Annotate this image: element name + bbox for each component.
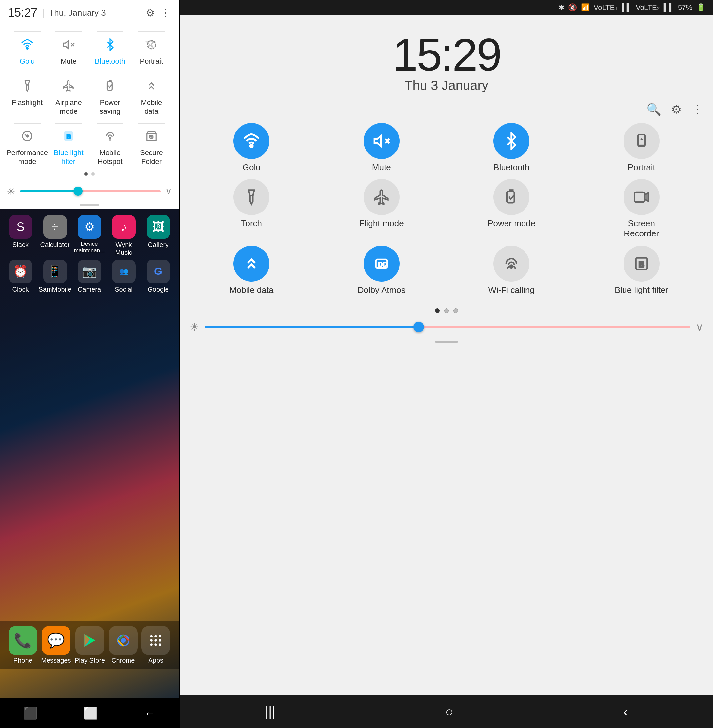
right-brightness-icon: ☀ — [190, 321, 199, 333]
app-google[interactable]: G Google — [143, 260, 174, 293]
app-gallery[interactable]: 🖼 Gallery — [143, 215, 174, 256]
tile-bluelight[interactable]: B Blue light filter — [51, 120, 87, 168]
right-dot-1[interactable] — [435, 308, 440, 313]
right-tile-wificalling-label: Wi-Fi calling — [488, 285, 535, 295]
hotspot-icon — [100, 126, 121, 146]
svg-rect-34 — [634, 192, 644, 202]
tile-securefolder[interactable]: Secure Folder — [133, 120, 170, 168]
right-date: Thu 3 January — [186, 78, 706, 93]
app-device-label: Device maintenan... — [74, 241, 105, 254]
wifi-icon — [17, 34, 38, 55]
right-tile-bluetooth[interactable]: Bluetooth — [482, 123, 541, 172]
brightness-thumb[interactable] — [73, 187, 83, 196]
right-brightness-slider[interactable] — [204, 326, 691, 328]
app-camera-label: Camera — [78, 285, 101, 293]
app-camera[interactable]: 📷 Camera — [74, 260, 105, 293]
home-button[interactable]: ⬜ — [83, 706, 98, 720]
dock-phone[interactable]: 📞 Phone — [9, 626, 37, 664]
right-dot-3[interactable] — [453, 308, 458, 313]
left-nav-bar: ⬛ ⬜ ← — [0, 698, 179, 728]
tile-portrait[interactable]: Portrait — [133, 28, 170, 67]
right-actions-row: 🔍 ⚙ ⋮ — [180, 99, 713, 120]
right-tile-dolby[interactable]: DD Dolby Atmos — [352, 246, 411, 295]
right-volte2: VoLTE₂ — [635, 3, 659, 12]
right-tile-screenrecorder[interactable]: Screen Recorder — [612, 179, 671, 239]
right-tile-wificalling[interactable]: Wi-Fi calling — [482, 246, 541, 295]
more-icon[interactable]: ⋮ — [160, 7, 171, 19]
right-dot-2[interactable] — [444, 308, 449, 313]
tile-mute[interactable]: Mute — [51, 28, 87, 67]
right-tile-bluelight[interactable]: B Blue light filter — [612, 246, 671, 295]
right-nav-bar: ||| ○ ‹ — [180, 695, 713, 728]
mute-icon — [58, 34, 79, 55]
tile-hotspot[interactable]: Mobile Hotspot — [92, 120, 128, 168]
right-spacer — [180, 346, 713, 695]
tile-airplane[interactable]: Airplane mode — [51, 70, 87, 118]
right-home-button[interactable]: ○ — [446, 704, 453, 719]
recent-apps-button[interactable]: ⬛ — [23, 706, 38, 720]
svg-point-24 — [155, 643, 157, 646]
powersaving-icon — [100, 75, 121, 96]
tile-flashlight[interactable]: Flashlight — [9, 70, 45, 118]
dock-playstore[interactable]: Play Store — [75, 626, 105, 664]
airplane-icon — [58, 75, 79, 96]
right-tile-mute[interactable]: Mute — [352, 123, 411, 172]
right-tile-flight[interactable]: Flight mode — [352, 179, 411, 239]
app-grid: S Slack ÷ Calculator ⚙ Device maintenan.… — [0, 209, 179, 300]
right-back-button[interactable]: ‹ — [624, 704, 628, 719]
right-tile-mobiledata[interactable]: Mobile data — [222, 246, 281, 295]
right-drag-handle — [180, 338, 713, 346]
app-device[interactable]: ⚙ Device maintenan... — [74, 215, 105, 256]
app-social[interactable]: 👥 Social — [108, 260, 139, 293]
brightness-chevron-icon[interactable]: ∨ — [165, 186, 172, 197]
tile-powersaving[interactable]: Power saving — [92, 70, 128, 118]
app-calculator[interactable]: ÷ Calculator — [39, 215, 70, 256]
tile-portrait-label: Portrait — [140, 57, 163, 66]
dot-1[interactable] — [84, 172, 88, 176]
tile-bluetooth[interactable]: Bluetooth — [92, 28, 128, 67]
brightness-slider[interactable] — [20, 190, 161, 192]
right-panel: ✱ 🔇 📶 VoLTE₁ ▌▌ VoLTE₂ ▌▌ 57% 🔋 15:29 Th… — [180, 0, 713, 728]
tile-wifi[interactable]: Golu — [9, 28, 45, 67]
tile-performance[interactable]: Performance mode — [9, 120, 45, 168]
drag-handle — [0, 202, 179, 209]
bluetooth-icon — [100, 34, 121, 55]
right-tile-power-label: Power mode — [488, 218, 535, 229]
dot-2[interactable] — [91, 172, 95, 176]
svg-point-21 — [155, 639, 157, 641]
app-sammobile[interactable]: 📱 SamMobile — [39, 260, 70, 293]
right-flight-icon — [364, 179, 400, 215]
dock-apps[interactable]: Apps — [141, 626, 170, 664]
right-tile-wifi[interactable]: Golu — [222, 123, 281, 172]
right-tile-screenrecorder-label: Screen Recorder — [612, 218, 671, 239]
tile-flashlight-label: Flashlight — [12, 99, 43, 107]
tile-mobiledata[interactable]: Mobile data — [133, 70, 170, 118]
tiles-row-3: Performance mode B Blue light filter — [7, 120, 172, 168]
app-music[interactable]: ♪ Wynk Music — [108, 215, 139, 256]
search-icon[interactable]: 🔍 — [646, 103, 661, 117]
svg-point-0 — [27, 48, 28, 49]
settings-icon[interactable]: ⚙ — [671, 103, 682, 117]
right-tile-portrait[interactable]: Portrait — [612, 123, 671, 172]
dock-messages-icon: 💬 — [42, 626, 70, 655]
right-brightness-chevron-icon[interactable]: ∨ — [696, 321, 703, 333]
settings-icon[interactable]: ⚙ — [146, 7, 155, 19]
app-clock[interactable]: ⏰ Clock — [5, 260, 36, 293]
right-recent-button[interactable]: ||| — [265, 704, 275, 719]
brightness-low-icon: ☀ — [7, 185, 15, 197]
right-wificalling-icon — [493, 246, 530, 282]
right-tile-mobiledata-label: Mobile data — [230, 285, 273, 295]
right-tile-power[interactable]: Power mode — [482, 179, 541, 239]
app-music-label: Wynk Music — [108, 241, 139, 256]
right-tile-mute-label: Mute — [372, 162, 391, 172]
dock-chrome[interactable]: Chrome — [109, 626, 138, 664]
dock-messages[interactable]: 💬 Messages — [41, 626, 71, 664]
svg-point-11 — [109, 138, 111, 139]
tile-performance-label: Performance mode — [7, 148, 48, 166]
app-slack[interactable]: S Slack — [5, 215, 36, 256]
page-dots — [7, 170, 172, 178]
back-button[interactable]: ← — [144, 706, 156, 720]
right-tile-torch[interactable]: Torch — [222, 179, 281, 239]
right-brightness-thumb[interactable] — [413, 322, 424, 332]
more-options-icon[interactable]: ⋮ — [691, 103, 703, 117]
